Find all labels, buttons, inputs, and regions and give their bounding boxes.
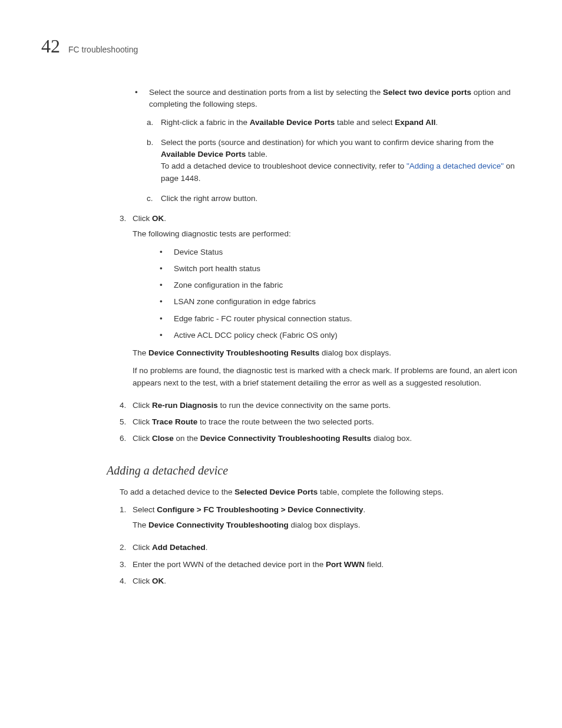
adding-detached-link[interactable]: "Adding a detached device" xyxy=(406,162,504,170)
diagnostic-tests-list: •Device Status •Switch port health statu… xyxy=(160,246,521,342)
list-item: •Edge fabric - FC router physical connec… xyxy=(160,313,521,325)
noproblems-line: If no problems are found, the diagnostic… xyxy=(133,365,521,389)
list-item: •Device Status xyxy=(160,246,521,258)
list-item: •Switch port health status xyxy=(160,263,521,275)
add-step-4: 4. Click OK. xyxy=(120,575,521,587)
letter-marker: b. xyxy=(147,137,161,185)
num-marker: 3. xyxy=(120,213,133,395)
add-step-1: 1. Select Configure > FC Troubleshooting… xyxy=(120,504,521,538)
bullet-icon: • xyxy=(160,246,174,258)
results-line: The Device Connectivity Troubleshooting … xyxy=(133,347,521,359)
num-marker: 6. xyxy=(120,433,133,444)
step-b: b. Select the ports (source and destinat… xyxy=(147,137,521,185)
content-body: • Select the source and destination port… xyxy=(133,87,521,587)
num-marker: 3. xyxy=(120,559,133,571)
num-marker: 2. xyxy=(120,542,133,554)
list-item: •Active ACL DCC policy check (Fabric OS … xyxy=(160,330,521,341)
add-step-2: 2. Click Add Detached. xyxy=(120,542,521,554)
bullet-icon: • xyxy=(160,296,174,308)
bullet-icon: • xyxy=(160,263,174,275)
step-3: 3. Click OK. The following diagnostic te… xyxy=(120,213,521,395)
letter-marker: a. xyxy=(147,117,161,129)
letter-marker: c. xyxy=(147,193,161,205)
num-marker: 5. xyxy=(120,416,133,428)
section-title: FC troubleshooting xyxy=(68,45,138,54)
num-marker: 1. xyxy=(120,504,133,538)
page-header: 42 FC troubleshooting xyxy=(41,35,521,57)
step-6: 6. Click Close on the Device Connectivit… xyxy=(120,433,521,444)
top-bullet: • Select the source and destination port… xyxy=(133,87,521,111)
step-c: c. Click the right arrow button. xyxy=(147,193,521,205)
num-marker: 4. xyxy=(120,400,133,411)
list-item: •Zone configuration in the fabric xyxy=(160,279,521,291)
bullet-icon: • xyxy=(160,313,174,325)
page: 42 FC troubleshooting • Select the sourc… xyxy=(0,0,562,728)
add-step-3: 3. Enter the port WWN of the detached de… xyxy=(120,559,521,571)
chapter-number: 42 xyxy=(41,35,60,57)
bullet-icon: • xyxy=(160,279,174,291)
heading-adding-detached: Adding a detached device xyxy=(107,462,521,479)
num-marker: 4. xyxy=(120,575,133,587)
letter-list: a. Right-click a fabric in the Available… xyxy=(147,117,521,205)
list-item: •LSAN zone configuration in edge fabrics xyxy=(160,296,521,308)
bullet-icon: • xyxy=(133,87,149,111)
add-step1-line2: The Device Connectivity Troubleshooting … xyxy=(133,519,521,531)
bullet-text: Select the source and destination ports … xyxy=(149,87,521,111)
step-5: 5. Click Trace Route to trace the route … xyxy=(120,416,521,428)
bullet-icon: • xyxy=(160,330,174,341)
intro-para: To add a detached device to the Selected… xyxy=(120,486,521,498)
numbered-steps: 3. Click OK. The following diagnostic te… xyxy=(120,213,521,587)
step-4: 4. Click Re-run Diagnosis to run the dev… xyxy=(120,400,521,411)
step-a: a. Right-click a fabric in the Available… xyxy=(147,117,521,129)
step3-follow: The following diagnostic tests are perfo… xyxy=(133,228,521,240)
